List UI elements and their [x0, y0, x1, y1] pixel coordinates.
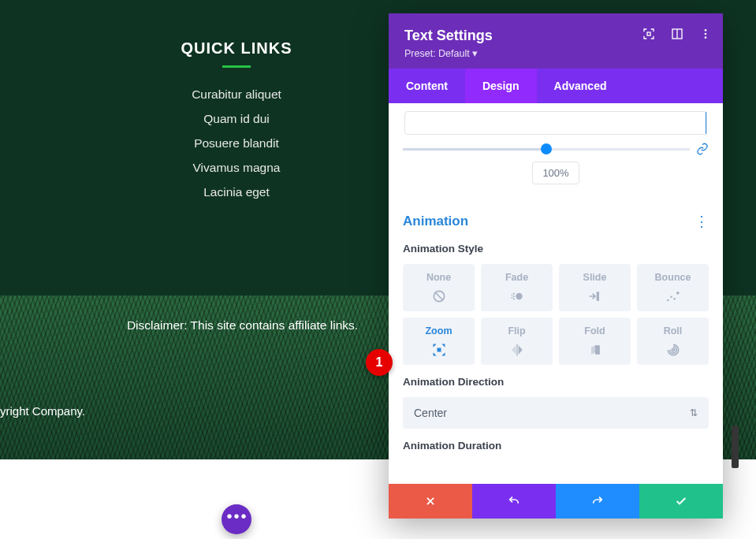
none-icon — [406, 288, 471, 305]
style-label: Bounce — [640, 272, 706, 283]
style-label: Roll — [640, 325, 706, 336]
title-underline — [222, 65, 251, 68]
style-roll[interactable]: Roll — [637, 318, 709, 365]
style-fade[interactable]: Fade — [481, 264, 553, 311]
zoom-icon — [406, 341, 471, 359]
select-value: Center — [414, 407, 447, 419]
style-slide[interactable]: Slide — [559, 264, 631, 311]
style-none[interactable]: None — [403, 264, 475, 311]
sizing-preview-box — [404, 111, 707, 135]
svg-point-11 — [511, 297, 512, 299]
svg-point-3 — [705, 33, 707, 35]
svg-point-8 — [512, 296, 514, 297]
section-animation-header[interactable]: Animation ⋮ — [403, 213, 709, 230]
redo-icon — [591, 495, 604, 507]
undo-button[interactable] — [472, 484, 556, 519]
panel-header[interactable]: Text Settings Preset: Default ▾ — [389, 13, 723, 69]
tab-advanced[interactable]: Advanced — [537, 69, 624, 103]
animation-style-grid: None Fade Slide Bounce Zoom Flip — [403, 264, 709, 365]
style-label: Slide — [562, 272, 628, 283]
style-bounce[interactable]: Bounce — [637, 264, 709, 311]
preset-dropdown[interactable]: Preset: Default ▾ — [404, 47, 707, 59]
section-menu-icon[interactable]: ⋮ — [695, 213, 709, 230]
page-scrollbar[interactable] — [732, 426, 739, 468]
style-label: Flip — [484, 325, 549, 336]
svg-point-13 — [667, 299, 669, 302]
svg-point-14 — [670, 296, 672, 299]
style-label: Fade — [484, 272, 549, 283]
style-zoom[interactable]: Zoom — [403, 318, 475, 365]
svg-point-16 — [676, 292, 680, 295]
bounce-icon — [640, 288, 706, 305]
svg-rect-18 — [595, 345, 600, 355]
svg-point-15 — [673, 298, 676, 300]
svg-rect-0 — [647, 32, 650, 35]
style-label: Fold — [562, 325, 628, 336]
slider-thumb[interactable] — [541, 143, 552, 154]
tab-design[interactable]: Design — [465, 69, 537, 103]
width-slider-row — [403, 143, 709, 155]
check-icon — [675, 495, 687, 507]
svg-point-6 — [516, 293, 522, 299]
fab-more-button[interactable]: ••• — [222, 504, 251, 534]
fold-icon — [562, 341, 628, 359]
style-label: Zoom — [406, 325, 471, 336]
copyright-text: yright Company. — [0, 404, 85, 418]
tab-content[interactable]: Content — [389, 69, 465, 103]
width-value[interactable]: 100% — [532, 162, 579, 184]
confirm-button[interactable] — [639, 484, 723, 519]
link-values-icon[interactable] — [696, 143, 709, 155]
roll-icon — [640, 341, 706, 359]
panel-footer — [389, 484, 723, 519]
dots-icon: ••• — [226, 507, 248, 526]
annotation-badge-1: 1 — [366, 349, 393, 376]
style-label: None — [406, 272, 471, 283]
svg-point-10 — [511, 295, 512, 296]
label-animation-direction: Animation Direction — [403, 376, 709, 388]
expand-icon[interactable] — [642, 28, 655, 40]
section-animation-title: Animation — [403, 214, 468, 229]
svg-point-7 — [512, 293, 514, 295]
panel-tabs: Content Design Advanced — [389, 69, 723, 103]
close-icon — [425, 496, 436, 507]
width-slider[interactable] — [403, 148, 690, 151]
undo-icon — [508, 495, 520, 507]
svg-point-9 — [512, 298, 514, 299]
svg-point-4 — [705, 36, 707, 39]
slide-icon — [562, 288, 628, 305]
text-settings-panel: Text Settings Preset: Default ▾ Content … — [389, 13, 723, 519]
chevron-updown-icon: ⇅ — [690, 407, 698, 418]
animation-direction-select[interactable]: Center ⇅ — [403, 397, 709, 429]
columns-icon[interactable] — [671, 28, 683, 40]
svg-point-2 — [705, 29, 707, 32]
flip-icon — [484, 341, 549, 359]
redo-button[interactable] — [556, 484, 639, 519]
label-animation-duration: Animation Duration — [403, 440, 709, 452]
style-flip[interactable]: Flip — [481, 318, 553, 365]
cancel-button[interactable] — [389, 484, 472, 519]
svg-rect-12 — [596, 292, 598, 301]
svg-rect-17 — [437, 348, 441, 352]
style-fold[interactable]: Fold — [559, 318, 631, 365]
panel-body: 100% Animation ⋮ Animation Style None Fa… — [389, 103, 723, 484]
label-animation-style: Animation Style — [403, 243, 709, 255]
fade-icon — [484, 288, 549, 305]
more-icon[interactable] — [699, 28, 712, 40]
